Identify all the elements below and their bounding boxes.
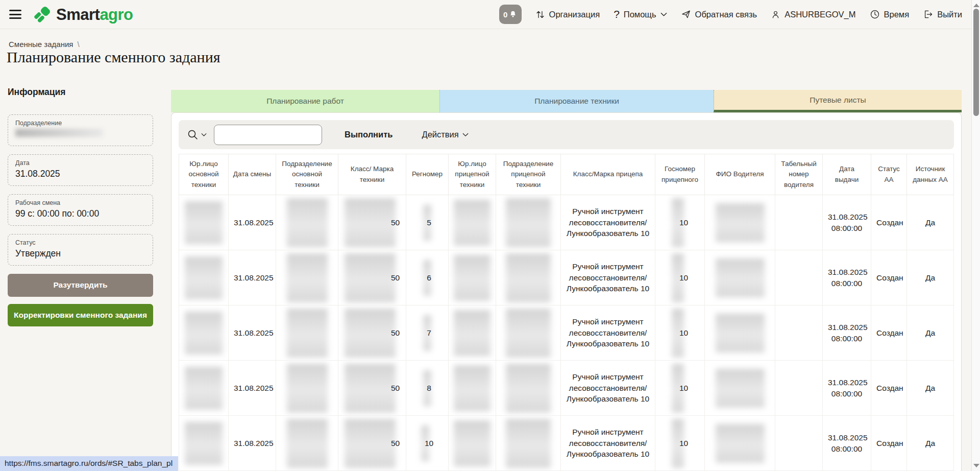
cell-reg_number: 7 bbox=[406, 305, 449, 361]
table-header-row: Юр.лицо основной техникиДата сменыПодраз… bbox=[179, 154, 954, 195]
cell-driver_name bbox=[705, 416, 775, 471]
cell-reg_number: 5 bbox=[406, 195, 449, 250]
cell-division_main bbox=[276, 305, 338, 361]
column-header-status_aa[interactable]: Статус АА bbox=[871, 154, 907, 195]
cell-legal_entity_trailer bbox=[449, 250, 496, 305]
redacted-cell-value bbox=[506, 419, 551, 468]
status-value: Утвержден bbox=[15, 248, 145, 260]
cell-class_brand: 50 bbox=[338, 361, 406, 416]
notifications-badge[interactable]: 0 bbox=[499, 5, 522, 24]
column-header-division_main[interactable]: Подразделение основной техники bbox=[276, 154, 338, 195]
column-header-legal_entity_trailer[interactable]: Юр.лицо прицепной техники bbox=[449, 154, 496, 195]
redacted-cell-value bbox=[454, 310, 491, 356]
cell-legal_entity_trailer bbox=[449, 361, 496, 416]
cell-division_main bbox=[276, 416, 338, 471]
redacted-division-value bbox=[15, 129, 103, 137]
logout-icon bbox=[923, 9, 933, 19]
column-header-trailer_class[interactable]: Класс/Марка прицепа bbox=[561, 154, 655, 195]
tab-work-planning[interactable]: Планирование работ bbox=[171, 90, 439, 112]
cell-driver_tab_number bbox=[775, 195, 823, 250]
cell-driver_tab_number bbox=[775, 361, 823, 416]
redacted-cell-value bbox=[454, 365, 491, 411]
redacted-cell-value bbox=[185, 312, 223, 355]
cell-legal_entity_main bbox=[179, 250, 229, 305]
cell-reg_number: 6 bbox=[406, 250, 449, 305]
cell-reg_number: 8 bbox=[406, 361, 449, 416]
redacted-cell-value bbox=[716, 424, 765, 463]
chevron-down-icon bbox=[660, 12, 667, 17]
vertical-scrollbar[interactable] bbox=[971, 0, 980, 471]
breadcrumb-item[interactable]: Сменные задания bbox=[9, 40, 73, 49]
column-header-reg_number[interactable]: Регномер bbox=[406, 154, 449, 195]
cell-division_main bbox=[276, 361, 338, 416]
execute-button[interactable]: Выполнить bbox=[341, 129, 396, 140]
search-options-button[interactable] bbox=[187, 129, 207, 141]
shift-task-corrections-button[interactable]: Корректировки сменного задания bbox=[8, 304, 153, 327]
cell-status_aa: Создан bbox=[871, 416, 907, 471]
column-header-shift_date[interactable]: Дата смены bbox=[229, 154, 276, 195]
cell-status_aa: Создан bbox=[871, 305, 907, 361]
cell-division_trailer bbox=[496, 416, 561, 471]
nav-organization[interactable]: Организация bbox=[535, 10, 600, 19]
cell-driver_name bbox=[705, 361, 775, 416]
smartagro-logo[interactable]: Smartagro bbox=[33, 5, 133, 24]
actions-menu-button[interactable]: Действия bbox=[419, 129, 471, 140]
cell-trailer_class: Ручной инструмент лесовосстановителя/ Лу… bbox=[561, 361, 655, 416]
logo-text: Smartagro bbox=[56, 7, 133, 22]
column-header-trailer_number[interactable]: Госномер прицепного bbox=[655, 154, 705, 195]
date-value: 31.08.2025 bbox=[15, 169, 145, 180]
chevron-down-icon bbox=[462, 133, 469, 137]
cell-trailer_number: 10 bbox=[655, 195, 705, 250]
clock-icon bbox=[870, 9, 880, 19]
cell-driver_tab_number bbox=[775, 416, 823, 471]
tab-waybills[interactable]: Путевые листы bbox=[714, 90, 962, 112]
column-header-class_brand[interactable]: Класс/ Марка техники bbox=[338, 154, 406, 195]
cell-reg_number: 10 bbox=[406, 416, 449, 471]
redacted-cell-value bbox=[716, 369, 765, 408]
cell-legal_entity_main bbox=[179, 195, 229, 250]
tab-equipment-planning[interactable]: Планирование техники bbox=[439, 90, 714, 112]
scrollbar-thumb[interactable] bbox=[973, 9, 979, 116]
cell-issue_date: 31.08.2025 08:00:00 bbox=[823, 361, 871, 416]
redacted-cell-value bbox=[506, 364, 551, 413]
menu-button[interactable] bbox=[9, 10, 21, 19]
cell-division_trailer bbox=[496, 305, 561, 361]
waybills-report-panel: Выполнить Действия Юр.лицо основной техн… bbox=[171, 112, 962, 471]
column-header-issue_date[interactable]: Дата выдачи bbox=[823, 154, 871, 195]
redacted-cell-value bbox=[454, 200, 491, 246]
search-input[interactable] bbox=[214, 125, 322, 145]
swap-arrows-icon bbox=[535, 10, 545, 19]
unapprove-button[interactable]: Разутвердить bbox=[8, 274, 153, 297]
chevron-down-icon bbox=[201, 133, 207, 137]
nav-feedback[interactable]: Обратная связь bbox=[681, 9, 757, 19]
notifications-count: 0 bbox=[503, 10, 507, 19]
field-status: Статус Утвержден bbox=[8, 234, 153, 266]
waybills-table: Юр.лицо основной техникиДата сменыПодраз… bbox=[179, 154, 954, 471]
cell-legal_entity_trailer bbox=[449, 305, 496, 361]
cell-legal_entity_trailer bbox=[449, 195, 496, 250]
cell-class_brand: 50 bbox=[338, 195, 406, 250]
redacted-cell-value bbox=[506, 198, 551, 247]
column-header-driver_name[interactable]: ФИО Водителя bbox=[705, 154, 775, 195]
cell-status_aa: Создан bbox=[871, 195, 907, 250]
nav-time[interactable]: Время bbox=[870, 9, 910, 19]
cell-division_main bbox=[276, 195, 338, 250]
column-header-legal_entity_main[interactable]: Юр.лицо основной техники bbox=[179, 154, 229, 195]
redacted-cell-value bbox=[185, 201, 223, 244]
nav-logout[interactable]: Выйти bbox=[923, 9, 962, 19]
scroll-down-arrow[interactable] bbox=[973, 464, 979, 467]
region-tabs: Планирование работ Планирование техники … bbox=[171, 90, 962, 112]
column-header-source_aa[interactable]: Источник данных АА bbox=[907, 154, 954, 195]
nav-user[interactable]: ASHURBEGOV_M bbox=[771, 10, 855, 19]
breadcrumb-separator: \ bbox=[77, 40, 79, 49]
cell-trailer_class: Ручной инструмент лесовосстановителя/ Лу… bbox=[561, 416, 655, 471]
cell-trailer_class: Ручной инструмент лесовосстановителя/ Лу… bbox=[561, 250, 655, 305]
column-header-driver_tab_number[interactable]: Табельный номер водителя bbox=[775, 154, 823, 195]
nav-help[interactable]: ? Помощь bbox=[614, 8, 667, 20]
scroll-up-arrow[interactable] bbox=[973, 4, 979, 7]
info-sidebar: Информация Подразделение Дата 31.08.2025… bbox=[8, 87, 153, 334]
search-icon bbox=[187, 129, 199, 141]
cell-division_trailer bbox=[496, 250, 561, 305]
column-header-division_trailer[interactable]: Подразделение прицепной техники bbox=[496, 154, 561, 195]
header-nav: 0 Организация ? Помощь Обратная связь bbox=[499, 5, 962, 24]
